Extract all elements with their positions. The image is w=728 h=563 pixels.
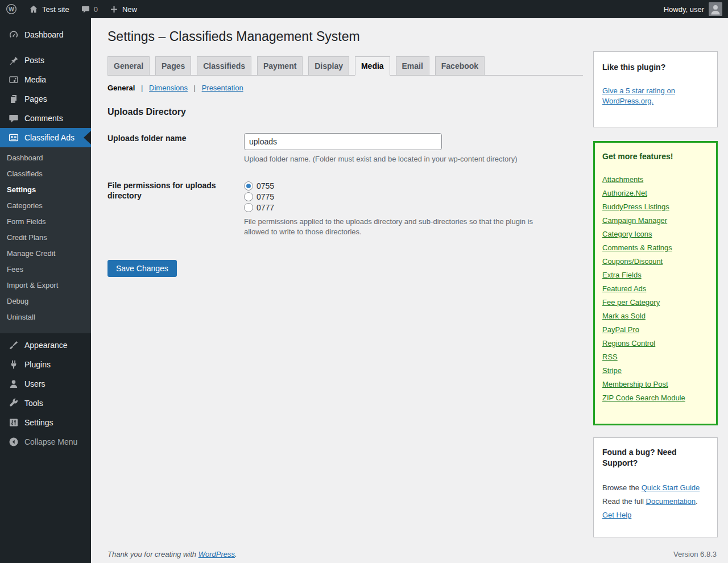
site-name-link[interactable]: Test site	[23, 0, 75, 18]
sidebar-item-users[interactable]: Users	[0, 374, 91, 394]
sidebar-item-settings[interactable]: Settings	[0, 413, 91, 432]
radio-0777-label[interactable]: 0777	[257, 203, 274, 212]
subnav-link-presentation[interactable]: Presentation	[202, 84, 243, 92]
wrench-icon	[8, 398, 19, 409]
radio-0777[interactable]	[244, 203, 253, 212]
permission-option-row: 0777	[244, 202, 583, 213]
sidebar-item-comments[interactable]: Comments	[0, 109, 91, 128]
collapse-menu-button[interactable]: Collapse Menu	[0, 432, 91, 452]
submenu-item-manage-credit[interactable]: Manage Credit	[0, 246, 91, 262]
sidebar-item-label: Comments	[24, 114, 63, 123]
radio-0755[interactable]	[244, 181, 253, 191]
sidebar-item-label: Pages	[24, 94, 47, 104]
sidebar-item-media[interactable]: Media	[0, 70, 91, 89]
sidebar-item-dashboard[interactable]: Dashboard	[0, 25, 91, 44]
radio-0775[interactable]	[244, 192, 253, 201]
tab-general[interactable]: General	[107, 56, 150, 76]
save-changes-button[interactable]: Save Changes	[107, 260, 177, 277]
features-list: Attachments Authorize.Net BuddyPress Lis…	[602, 172, 709, 404]
rating-link[interactable]: Give a 5 star rating on WordPress.org.	[602, 86, 709, 106]
submenu-item-settings[interactable]: Settings	[0, 182, 91, 198]
submenu-item-import-export[interactable]: Import & Export	[0, 278, 91, 293]
footer: Thank you for creating with WordPress. V…	[107, 550, 717, 558]
feature-link-membership-to-post[interactable]: Membership to Post	[602, 380, 668, 388]
feature-link-rss[interactable]: RSS	[602, 353, 618, 361]
feature-link-campaign-manager[interactable]: Campaign Manager	[602, 216, 667, 225]
subnav-current-general[interactable]: General	[107, 84, 135, 92]
sidebar-item-posts[interactable]: Posts	[0, 51, 91, 70]
submenu-item-uninstall[interactable]: Uninstall	[0, 309, 91, 325]
new-content-menu[interactable]: New	[104, 0, 143, 18]
wordpress-link[interactable]: WordPress	[198, 550, 235, 558]
radio-0775-label[interactable]: 0775	[257, 192, 274, 201]
settings-main: Settings – Classifieds Management System…	[107, 18, 583, 277]
submenu-item-categories[interactable]: Categories	[0, 198, 91, 214]
feature-link-fee-per-category[interactable]: Fee per Category	[602, 298, 660, 307]
comments-indicator[interactable]: 0	[75, 0, 104, 18]
feature-link-category-icons[interactable]: Category Icons	[602, 230, 652, 238]
feature-link-mark-as-sold[interactable]: Mark as Sold	[602, 312, 646, 320]
feature-link-featured-ads[interactable]: Featured Ads	[602, 284, 646, 293]
support-text: .	[696, 497, 698, 506]
feature-link-authorize-net[interactable]: Authorize.Net	[602, 189, 647, 197]
tab-pages[interactable]: Pages	[155, 56, 191, 76]
feature-link-stripe[interactable]: Stripe	[602, 366, 622, 375]
new-label: New	[122, 5, 137, 14]
pages-icon	[8, 93, 19, 105]
page-title: Settings – Classifieds Management System	[107, 28, 583, 45]
uploads-folder-input[interactable]	[244, 133, 442, 150]
footer-text: .	[235, 550, 237, 558]
support-text: Read the full	[602, 497, 646, 506]
sidebar-item-label: Dashboard	[24, 30, 64, 39]
sidebar-item-tools[interactable]: Tools	[0, 394, 91, 413]
permission-option-row: 0775	[244, 191, 583, 202]
support-box: Found a bug? Need Support? Browse the Qu…	[593, 437, 718, 537]
submenu-item-fees[interactable]: Fees	[0, 262, 91, 278]
quick-start-guide-link[interactable]: Quick Start Guide	[642, 483, 700, 492]
plug-icon	[8, 359, 19, 370]
feature-link-extra-fields[interactable]: Extra Fields	[602, 271, 642, 279]
feature-link-regions-control[interactable]: Regions Control	[602, 339, 655, 347]
submenu-item-credit-plans[interactable]: Credit Plans	[0, 230, 91, 246]
content-area: Settings – Classifieds Management System…	[91, 18, 728, 563]
features-title: Get more features!	[602, 152, 709, 161]
tab-classifieds[interactable]: Classifieds	[197, 56, 251, 76]
avatar	[709, 2, 722, 16]
subnav-link-dimensions[interactable]: Dimensions	[149, 84, 188, 92]
comments-icon	[8, 113, 19, 124]
feature-link-attachments[interactable]: Attachments	[602, 175, 643, 184]
admin-menu: Dashboard Posts Media Pages	[0, 18, 91, 563]
feature-link-coupons-discount[interactable]: Coupons/Discount	[602, 257, 663, 266]
sidebar-item-classified-ads[interactable]: Classified Ads	[0, 128, 91, 147]
submenu-item-debug[interactable]: Debug	[0, 293, 91, 309]
permissions-help: File permissions applied to the uploads …	[244, 217, 535, 237]
my-account-menu[interactable]: Howdy, user	[658, 0, 728, 18]
tab-media[interactable]: Media	[355, 56, 390, 76]
classifieds-card-icon	[8, 132, 19, 143]
site-name-label: Test site	[42, 5, 69, 14]
sidebar-item-pages[interactable]: Pages	[0, 89, 91, 109]
tab-email[interactable]: Email	[396, 56, 429, 76]
wp-logo-menu[interactable]: W	[0, 0, 23, 18]
support-line-help: Get Help	[602, 508, 709, 522]
submenu-item-form-fields[interactable]: Form Fields	[0, 214, 91, 230]
documentation-link[interactable]: Documentation	[646, 497, 696, 506]
feature-link-zip-code-search[interactable]: ZIP Code Search Module	[602, 394, 685, 402]
sidebar-item-plugins[interactable]: Plugins	[0, 355, 91, 374]
subnav-separator: |	[194, 84, 196, 92]
tab-display[interactable]: Display	[308, 56, 349, 76]
feature-link-comments-ratings[interactable]: Comments & Ratings	[602, 243, 672, 252]
media-subnav: General | Dimensions | Presentation	[107, 84, 583, 92]
submenu-item-dashboard[interactable]: Dashboard	[0, 150, 91, 166]
tab-payment[interactable]: Payment	[257, 56, 303, 76]
sidebar-item-appearance[interactable]: Appearance	[0, 336, 91, 355]
radio-0755-label[interactable]: 0755	[257, 181, 274, 191]
submenu-item-classifieds[interactable]: Classifieds	[0, 166, 91, 182]
support-line-guide: Browse the Quick Start Guide	[602, 481, 709, 495]
classified-ads-submenu: Dashboard Classifieds Settings Categorie…	[0, 147, 91, 333]
feature-link-paypal-pro[interactable]: PayPal Pro	[602, 325, 639, 334]
get-help-link[interactable]: Get Help	[602, 511, 631, 519]
comment-bubble-icon	[81, 5, 90, 14]
tab-facebook[interactable]: Facebook	[435, 56, 485, 76]
feature-link-buddypress-listings[interactable]: BuddyPress Listings	[602, 202, 669, 211]
